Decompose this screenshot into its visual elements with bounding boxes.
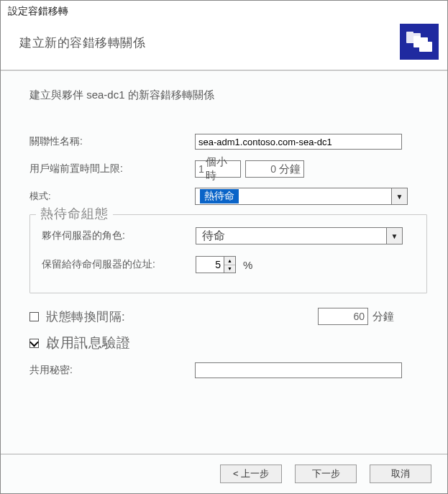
spinner-buttons[interactable]: ▲ ▼ xyxy=(224,257,235,273)
state-switch-unit: 分鐘 xyxy=(372,310,394,324)
partner-role-value: 待命 xyxy=(201,229,227,244)
mclt-minutes-input[interactable]: 0 分鐘 xyxy=(245,160,304,178)
wizard-footer: < 上一步 下一步 取消 xyxy=(1,454,447,493)
mclt-hours-value: 1 xyxy=(198,163,204,175)
window-title: 設定容錯移轉 xyxy=(1,1,447,19)
mclt-hours-input[interactable]: 1 個小時 xyxy=(195,160,241,178)
mode-label: 模式: xyxy=(29,190,195,203)
mode-select[interactable]: 熱待命 ▼ xyxy=(195,188,408,205)
relationship-name-input[interactable] xyxy=(195,134,402,150)
shared-secret-row: 共用秘密: xyxy=(29,361,427,380)
state-switch-value: 60 xyxy=(353,311,365,322)
reserve-value: 5 xyxy=(196,259,224,270)
partner-role-label: 夥伴伺服器的角色: xyxy=(42,229,196,242)
intro-text: 建立與夥伴 sea-dc1 的新容錯移轉關係 xyxy=(29,88,427,102)
hot-standby-group: 熱待命組態 夥伴伺服器的角色: 待命 ▼ 保留給待命伺服器的位址: 5 ▲ xyxy=(29,214,427,293)
state-switch-value-input[interactable]: 60 xyxy=(318,308,368,325)
partner-role-row: 夥伴伺服器的角色: 待命 ▼ xyxy=(42,227,418,245)
chevron-down-icon: ▼ xyxy=(386,228,402,244)
msg-auth-row: 啟用訊息驗證 xyxy=(29,334,427,352)
spin-down-icon[interactable]: ▼ xyxy=(224,265,235,273)
mclt-row: 用戶端前置時間上限: 1 個小時 0 分鐘 xyxy=(29,160,427,178)
svg-rect-3 xyxy=(413,36,421,39)
reserve-unit: % xyxy=(243,259,252,271)
shared-secret-label: 共用秘密: xyxy=(29,364,195,377)
state-switch-checkbox[interactable] xyxy=(29,312,39,321)
reserve-spinner[interactable]: 5 ▲ ▼ xyxy=(196,256,236,273)
hot-standby-legend: 熱待命組態 xyxy=(36,205,113,222)
svg-rect-1 xyxy=(406,32,413,35)
chevron-down-icon: ▼ xyxy=(391,188,407,204)
mclt-hours-unit: 個小時 xyxy=(206,155,237,183)
state-switch-row: 狀態轉換間隔: 60 分鐘 xyxy=(29,308,427,325)
folders-icon xyxy=(400,24,439,60)
mclt-label: 用戶端前置時間上限: xyxy=(29,163,195,175)
failover-config-dialog: 設定容錯移轉 建立新的容錯移轉關係 建立與夥伴 sea-dc1 的新容錯移轉關係… xyxy=(0,0,448,494)
spin-up-icon[interactable]: ▲ xyxy=(224,257,235,265)
msg-auth-checkbox[interactable] xyxy=(29,339,39,348)
mclt-minutes-value: 0 xyxy=(270,163,276,175)
mclt-minutes-unit: 分鐘 xyxy=(279,163,301,176)
shared-secret-input[interactable] xyxy=(195,362,402,378)
mode-select-value: 熱待命 xyxy=(200,189,239,203)
svg-rect-4 xyxy=(419,42,432,52)
msg-auth-label: 啟用訊息驗證 xyxy=(46,334,130,352)
reserve-row: 保留給待命伺服器的位址: 5 ▲ ▼ % xyxy=(42,255,418,274)
back-button[interactable]: < 上一步 xyxy=(220,465,282,483)
relationship-name-label: 關聯性名稱: xyxy=(29,135,195,148)
partner-role-select[interactable]: 待命 ▼ xyxy=(196,227,403,244)
next-button[interactable]: 下一步 xyxy=(295,465,357,483)
relationship-name-row: 關聯性名稱: xyxy=(29,132,427,151)
state-switch-label: 狀態轉換間隔: xyxy=(46,308,125,325)
wizard-header: 建立新的容錯移轉關係 xyxy=(1,19,447,70)
cancel-button[interactable]: 取消 xyxy=(370,465,431,483)
wizard-subtitle: 建立新的容錯移轉關係 xyxy=(14,32,145,51)
wizard-body: 建立與夥伴 sea-dc1 的新容錯移轉關係 關聯性名稱: 用戶端前置時間上限:… xyxy=(1,70,447,454)
reserve-label: 保留給待命伺服器的位址: xyxy=(42,258,196,271)
svg-rect-5 xyxy=(419,40,426,43)
mode-row: 模式: 熱待命 ▼ xyxy=(29,187,427,206)
